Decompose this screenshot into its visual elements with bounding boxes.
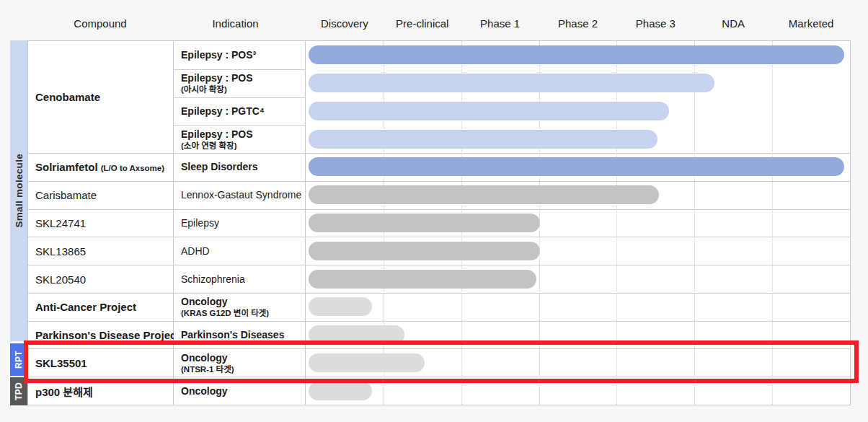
header-label-phase-2: Phase 2 xyxy=(558,17,598,30)
pipeline-bar xyxy=(309,130,657,149)
sidebar-group-small-molecule: Small molecule xyxy=(10,40,27,341)
row-border xyxy=(306,265,850,265)
compound-name: Anti-Cancer Project xyxy=(35,301,169,313)
indication-name: Sleep Disorders xyxy=(181,161,301,173)
sidebar-group-label: RPT xyxy=(14,351,24,369)
indication-cell: Epilepsy : POS³ xyxy=(174,41,306,69)
header-label-phase-1: Phase 1 xyxy=(480,17,520,30)
compound-cell: Cenobamate xyxy=(28,41,174,153)
compound-cell: SKL13865 xyxy=(28,237,174,265)
row-border xyxy=(306,209,850,210)
indication-name: Oncology xyxy=(181,352,301,364)
pipeline-bar xyxy=(309,353,425,372)
pipeline-bar xyxy=(309,242,540,260)
sidebar-group-label: Small molecule xyxy=(14,154,25,228)
header-label-indication: Indication xyxy=(212,17,258,30)
phase-gridline xyxy=(772,41,773,405)
indication-name: Parkinson's Diseases xyxy=(181,329,301,341)
pipeline-bar xyxy=(309,297,372,316)
indication-name: Epilepsy : POS xyxy=(181,72,301,84)
compound-cell: SKL20540 xyxy=(28,265,174,293)
header-label-compound: Compound xyxy=(74,17,126,30)
indication-cell: Lennox-Gastaut Syndrome xyxy=(174,181,306,209)
indication-cell: Epilepsy : PGTC⁴ xyxy=(174,97,306,126)
indication-subtext: (NTSR-1 타겟) xyxy=(181,364,301,374)
indication-name: Lennox-Gastaut Syndrome xyxy=(181,189,301,201)
compound-cell: Solriamfetol (L/O to Axsome) xyxy=(28,153,174,181)
indication-cell: Schizophrenia xyxy=(174,265,306,293)
row-border xyxy=(306,377,850,377)
header-label-pre-clinical: Pre-clinical xyxy=(396,17,448,30)
phase-gridline xyxy=(694,41,695,405)
compound-cell: SKL35501 xyxy=(28,348,174,377)
compound-name: Solriamfetol (L/O to Axsome) xyxy=(35,161,169,173)
pipeline-bar xyxy=(309,270,536,289)
row-border xyxy=(306,153,850,154)
header-label-discovery: Discovery xyxy=(321,17,368,30)
indication-name: Epilepsy xyxy=(181,217,301,229)
indication-name: ADHD xyxy=(181,245,301,258)
indication-name: Schizophrenia xyxy=(181,273,301,286)
pipeline-table: CenobamateSolriamfetol (L/O to Axsome)Ca… xyxy=(27,40,851,405)
phase-gridline xyxy=(616,41,617,405)
indication-subtext: (KRAS G12D 변이 타겟) xyxy=(181,308,301,318)
indication-name: Oncology xyxy=(181,296,301,308)
compound-cell: Parkinson's Disease Project xyxy=(28,321,174,349)
row-border xyxy=(306,293,850,294)
chart-area xyxy=(306,41,850,405)
row-border xyxy=(306,321,850,322)
pipeline-bar xyxy=(309,185,659,204)
indication-subtext: (소아 연령 확장) xyxy=(181,141,301,151)
sidebar-group-tpd: TPD xyxy=(10,377,27,405)
row-border xyxy=(306,181,850,182)
compound-cell: SKL24741 xyxy=(28,209,174,237)
compound-name: SKL35501 xyxy=(35,357,169,369)
column-header-row: CompoundIndicationDiscoveryPre-clinicalP… xyxy=(0,0,868,40)
indication-cell: Epilepsy : POS(아시아 확장) xyxy=(174,69,306,97)
pipeline-page: CompoundIndicationDiscoveryPre-clinicalP… xyxy=(0,0,868,422)
sidebar-group-rpt: RPT xyxy=(10,343,27,376)
pipeline-bar xyxy=(309,45,844,64)
indication-cell: Sleep Disorders xyxy=(174,153,306,181)
indication-cell: Parkinson's Diseases xyxy=(174,321,306,349)
compound-name: SKL24741 xyxy=(35,217,169,229)
indication-name: Epilepsy : POS xyxy=(181,128,301,141)
indication-name: Oncology xyxy=(181,385,301,397)
header-label-phase-3: Phase 3 xyxy=(636,17,676,30)
indication-subtext: (아시아 확장) xyxy=(181,84,301,94)
header-label-marketed: Marketed xyxy=(789,17,834,30)
indication-cell: Oncology xyxy=(174,377,306,405)
indication-cell: ADHD xyxy=(174,237,306,265)
compound-name: SKL13865 xyxy=(35,245,169,258)
indication-name: Epilepsy : PGTC⁴ xyxy=(181,105,301,118)
compound-name: SKL20540 xyxy=(35,273,169,286)
compound-suffix: (L/O to Axsome) xyxy=(101,164,164,172)
compound-name: p300 분해제 xyxy=(35,384,169,399)
header-label-nda: NDA xyxy=(722,17,745,30)
indication-cell: Epilepsy xyxy=(174,209,306,237)
pipeline-bar xyxy=(309,325,404,344)
indication-cell: Epilepsy : POS(소아 연령 확장) xyxy=(174,125,306,153)
indication-cell: Oncology(NTSR-1 타겟) xyxy=(174,348,306,377)
compound-name: Cenobamate xyxy=(35,91,169,103)
sidebar-group-label: TPD xyxy=(14,382,24,400)
pipeline-bar xyxy=(309,157,844,176)
pipeline-bar xyxy=(309,74,714,92)
compound-cell: Anti-Cancer Project xyxy=(28,293,174,321)
indication-cell: Oncology(KRAS G12D 변이 타겟) xyxy=(174,293,306,321)
pipeline-bar xyxy=(309,382,372,400)
compound-name: Carisbamate xyxy=(35,189,169,201)
compound-name: Parkinson's Disease Project xyxy=(35,329,169,341)
pipeline-bar xyxy=(309,214,540,232)
row-border xyxy=(306,348,850,349)
pipeline-bar xyxy=(309,102,669,120)
indication-name: Epilepsy : POS³ xyxy=(181,49,301,61)
row-border xyxy=(306,237,850,237)
compound-cell: Carisbamate xyxy=(28,181,174,209)
compound-cell: p300 분해제 xyxy=(28,377,174,405)
